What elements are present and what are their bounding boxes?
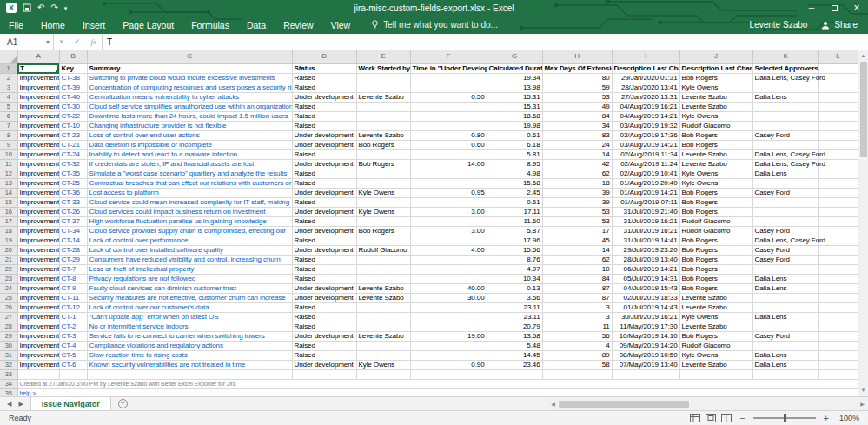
cell-L26[interactable] [818, 303, 858, 313]
zoom-level[interactable]: 100% [837, 414, 859, 422]
cell-H13[interactable]: 18 [542, 179, 612, 189]
cell-A4[interactable]: Improvement [17, 93, 59, 103]
cell-D18[interactable]: Under development [292, 227, 356, 236]
column-header-A[interactable]: A [17, 50, 59, 63]
cell-H31[interactable]: 89 [542, 351, 612, 361]
zoom-in-icon[interactable]: + [824, 414, 829, 423]
cell-A32[interactable]: Improvement [17, 361, 59, 370]
cell-L13[interactable] [818, 179, 858, 189]
cell-J28[interactable]: Levente Szabo [679, 322, 752, 332]
cell-L12[interactable] [818, 169, 858, 179]
cell-K11[interactable]: Dalia Lens, Casey Ford [752, 160, 818, 169]
cell-F20[interactable]: 4.00 [410, 246, 487, 256]
cell-D12[interactable]: Raised [292, 169, 356, 179]
cell-C11[interactable]: If credentials are stolen, IP and financ… [87, 160, 292, 169]
cell-F10[interactable] [410, 150, 487, 160]
maximize-icon[interactable] [823, 0, 845, 16]
row-header-5[interactable]: 5 [0, 103, 17, 112]
cell-H3[interactable]: 59 [542, 83, 612, 93]
cell-G13[interactable]: 15.68 [487, 179, 542, 189]
cell-I24[interactable]: 04/Jul/2019 15:43 [612, 284, 679, 294]
cell-J12[interactable]: Kyle Owens [679, 169, 752, 179]
cell-B21[interactable]: CT-29 [59, 256, 87, 265]
cell-A1[interactable]: T [17, 63, 59, 74]
cell-B7[interactable]: CT-10 [59, 122, 87, 131]
cell-F15[interactable] [410, 198, 487, 208]
enter-icon[interactable]: ✓ [74, 37, 81, 46]
cell-C9[interactable]: Data deletion is impossible or incomplet… [87, 141, 292, 150]
cancel-icon[interactable]: × [59, 37, 63, 46]
cell-J8[interactable]: Bob Rogers [679, 131, 752, 141]
cell-B6[interactable]: CT-22 [59, 112, 87, 122]
save-icon[interactable] [23, 3, 31, 12]
cell-K13[interactable] [752, 179, 818, 189]
cell-E30[interactable] [356, 342, 410, 351]
cell-H7[interactable]: 34 [542, 122, 612, 131]
cell-B29[interactable]: CT-3 [59, 332, 87, 342]
cell-L17[interactable] [818, 217, 858, 227]
cell-D28[interactable]: Raised [292, 322, 356, 332]
cell-F22[interactable] [410, 265, 487, 275]
cell-G32[interactable]: 23.46 [487, 361, 542, 370]
cell-D21[interactable]: Raised [292, 256, 356, 265]
cell-J27[interactable]: Kyle Owens [679, 313, 752, 322]
cell-G1[interactable]: Calculated Duration [487, 63, 542, 74]
cell-H9[interactable]: 24 [542, 141, 612, 150]
cell-E7[interactable] [356, 122, 410, 131]
cell-B25[interactable]: CT-11 [59, 294, 87, 303]
cell-J7[interactable]: Rudolf Giacomo [679, 122, 752, 131]
cell-H30[interactable]: 4 [542, 342, 612, 351]
cell-G19[interactable]: 17.96 [487, 236, 542, 246]
cell-K20[interactable]: Casey Ford [752, 246, 818, 256]
cell-J19[interactable]: Bob Rogers [679, 236, 752, 246]
cell-L33[interactable] [818, 370, 858, 380]
cell-D22[interactable]: Raised [292, 265, 356, 275]
cell-C14[interactable]: Lost access to platform [87, 189, 292, 198]
cell-B30[interactable]: CT-4 [59, 342, 87, 351]
cell-H2[interactable]: 80 [542, 74, 612, 83]
cell-C26[interactable]: Lack of control over our customer's data [87, 303, 292, 313]
cell-I16[interactable]: 31/Jul/2019 21:40 [612, 208, 679, 217]
cell-C23[interactable]: Privacy regulations are not followed [87, 275, 292, 284]
cell-K17[interactable] [752, 217, 818, 227]
cell-A12[interactable]: Improvement [17, 169, 59, 179]
undo-icon[interactable]: ↶ [37, 3, 44, 12]
cell-J9[interactable]: Bob Rogers [679, 141, 752, 150]
cell-K2[interactable]: Dalia Lens, Casey Ford [752, 74, 818, 83]
cell-L5[interactable] [818, 103, 858, 112]
cell-E6[interactable] [356, 112, 410, 122]
cell-A10[interactable]: Improvement [17, 150, 59, 160]
cell-H1[interactable]: Max Days Of Extension [542, 63, 612, 74]
cell-H21[interactable]: 62 [542, 256, 612, 265]
insert-function-icon[interactable]: fx [91, 37, 97, 46]
cell-I11[interactable]: 02/Aug/2019 11:24 [612, 160, 679, 169]
row-header-25[interactable]: 25 [0, 294, 17, 303]
cell-H14[interactable]: 39 [542, 189, 612, 198]
cell-D7[interactable]: Raised [292, 122, 356, 131]
cell-G24[interactable]: 0.13 [487, 284, 542, 294]
cell-I31[interactable]: 08/May/2019 10:50 [612, 351, 679, 361]
cell-I32[interactable]: 07/May/2019 13:40 [612, 361, 679, 370]
cell-J4[interactable]: Levente Szabo [679, 93, 752, 103]
cell-G2[interactable]: 19.34 [487, 74, 542, 83]
row-header-27[interactable]: 27 [0, 313, 17, 322]
cell-K14[interactable]: Casey Ford [752, 189, 818, 198]
cell-K33[interactable] [752, 370, 818, 380]
add-sheet-button[interactable]: + [111, 397, 135, 410]
row-header-7[interactable]: 7 [0, 122, 17, 131]
ribbon-tab-file[interactable]: File [0, 16, 32, 34]
cell-A7[interactable]: Improvement [17, 122, 59, 131]
cell-K8[interactable]: Casey Ford [752, 131, 818, 141]
cell-J29[interactable]: Bob Rogers [679, 332, 752, 342]
cell-D14[interactable]: Under development [292, 189, 356, 198]
row-header-29[interactable]: 29 [0, 332, 17, 342]
row-header-22[interactable]: 22 [0, 265, 17, 275]
cell-I15[interactable]: 01/Aug/2019 07:11 [612, 198, 679, 208]
cell-E25[interactable]: Levente Szabo [356, 294, 410, 303]
cell-A13[interactable]: Improvement [17, 179, 59, 189]
cell-L6[interactable] [818, 112, 858, 122]
cell-F8[interactable]: 0.80 [410, 131, 487, 141]
cell-E14[interactable]: Kyle Owens [356, 189, 410, 198]
row-header-2[interactable]: 2 [0, 74, 17, 83]
qat-customize-icon[interactable]: ▾ [64, 5, 68, 11]
